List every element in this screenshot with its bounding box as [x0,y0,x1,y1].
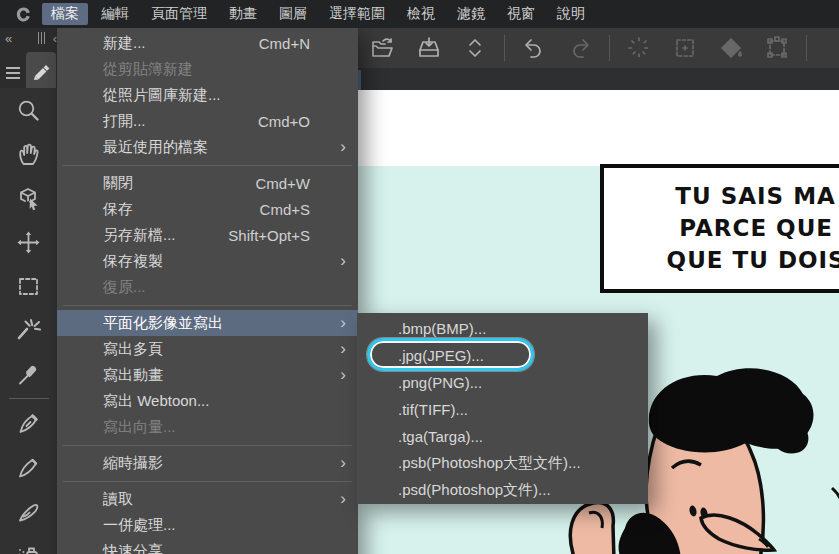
pen-tool[interactable] [0,401,57,445]
panel-menu-button[interactable] [0,58,26,88]
clip-studio-window: 檔案 編輯 頁面管理 動畫 圖層 選擇範圍 檢視 濾鏡 視窗 說明 [0,0,839,554]
menu-filter[interactable]: 濾鏡 [448,3,494,25]
toolbar-divider [806,35,807,61]
menu-item-recent-files[interactable]: 最近使用的檔案 › [57,134,358,160]
move-tool[interactable] [0,220,57,264]
transform-button[interactable] [754,28,800,68]
shrink-selection-button[interactable] [662,28,708,68]
app-logo-icon [6,5,40,24]
menu-item-flatten-export[interactable]: 平面化影像並寫出 › [57,310,358,336]
menu-icon [6,67,20,69]
menu-item-new-from-clipboard[interactable]: 從剪貼簿新建 [57,56,358,82]
menu-item-batch-process[interactable]: 一併處理... [57,512,358,538]
marquee-select-tool[interactable] [0,264,57,308]
hand-tool[interactable] [0,132,57,176]
chevron-right-icon: › [332,251,346,271]
open-file-button[interactable] [360,28,406,68]
toolbar-divider [609,35,610,61]
menu-separator [57,476,358,486]
submenu-item-bmp[interactable]: .bmp(BMP)... [357,315,648,342]
chevron-right-icon: › [332,453,346,473]
menu-item-export-webtoon[interactable]: 寫出 Webtoon... [57,388,358,414]
undo-button[interactable] [511,28,557,68]
submenu-item-tif[interactable]: .tif(TIFF)... [357,396,648,423]
speech-line: PARCE QUE T [604,212,839,244]
chevron-right-icon: › [332,313,346,333]
brush-tool[interactable] [0,489,57,533]
save-button[interactable] [406,28,452,68]
toolbox [0,88,57,554]
drag-handle-icon[interactable] [38,32,39,44]
eyedropper-tool[interactable] [0,352,57,396]
menu-item-new-from-photo-library[interactable]: 從照片圖庫新建... [57,82,358,108]
submenu-item-jpg[interactable]: .jpg(JPEG)... [357,342,648,369]
submenu-item-psd[interactable]: .psd(Photoshop文件)... [357,477,648,504]
auto-select-tool[interactable] [0,308,57,352]
chevron-right-icon: › [332,137,346,157]
menu-item-new[interactable]: 新建... Cmd+N [57,30,358,56]
redo-button[interactable] [557,28,603,68]
chevron-right-icon: › [332,365,346,385]
menu-animation[interactable]: 動畫 [220,3,266,25]
deselect-button[interactable] [616,28,662,68]
menu-item-import[interactable]: 讀取 › [57,486,358,512]
menu-item-timelapse[interactable]: 縮時攝影 › [57,450,358,476]
menu-window[interactable]: 視窗 [498,3,544,25]
speech-bubble: TU SAIS MA P PARCE QUE T QUE TU DOIS T [600,164,839,293]
menu-view[interactable]: 檢視 [398,3,444,25]
toolbar-divider [504,35,505,61]
submenu-item-tga[interactable]: .tga(Targa)... [357,423,648,450]
chevron-right-icon: › [332,489,346,509]
menu-help[interactable]: 說明 [548,3,594,25]
menu-item-save-as[interactable]: 另存新檔... Shift+Opt+S [57,222,358,248]
menu-file[interactable]: 檔案 [42,3,88,25]
menu-separator [57,440,358,450]
pencil-tool-tab[interactable] [26,52,56,88]
fill-button[interactable] [708,28,754,68]
pencil-tool[interactable] [0,445,57,489]
operation-3d-tool[interactable] [0,176,57,220]
menu-item-save-duplicate[interactable]: 保存複製 › [57,248,358,274]
menu-item-quick-share[interactable]: 快速分享 [57,538,358,554]
menu-item-open[interactable]: 打開... Cmd+O [57,108,358,134]
chevron-right-icon: › [332,339,346,359]
menu-item-save[interactable]: 保存 Cmd+S [57,196,358,222]
menu-item-export-animation[interactable]: 寫出動畫 › [57,362,358,388]
tool-panel: « ‹ [0,28,57,554]
tool-panel-header [0,48,57,88]
menu-layer[interactable]: 圖層 [270,3,316,25]
speech-line: TU SAIS MA P [604,180,839,212]
flatten-export-submenu: .bmp(BMP)... .jpg(JPEG)... .png(PNG)... … [357,313,648,504]
zoom-tool[interactable] [0,88,57,132]
panel-header: « ‹ [0,28,57,48]
menu-selection[interactable]: 選擇範圍 [320,3,394,25]
menu-item-export-multiple-pages[interactable]: 寫出多頁 › [57,336,358,362]
speech-line: QUE TU DOIS T [604,244,839,276]
submenu-item-png[interactable]: .png(PNG)... [357,369,648,396]
menu-item-export-vector[interactable]: 寫出向量... [57,414,358,440]
airbrush-tool[interactable] [0,533,57,554]
menu-item-close[interactable]: 關閉 Cmd+W [57,170,358,196]
menu-page-manage[interactable]: 頁面管理 [142,3,216,25]
menu-separator [57,160,358,170]
menu-separator [57,300,358,310]
submenu-item-psb[interactable]: .psb(Photoshop大型文件)... [357,450,648,477]
menu-bar: 檔案 編輯 頁面管理 動畫 圖層 選擇範圍 檢視 濾鏡 視窗 說明 [0,0,839,28]
menu-item-revert[interactable]: 復原... [57,274,358,300]
file-menu-dropdown: 新建... Cmd+N 從剪貼簿新建 從照片圖庫新建... 打開... Cmd+… [57,28,358,554]
tool-group-divider [9,398,49,399]
menu-edit[interactable]: 編輯 [92,3,138,25]
collapse-panel-icon[interactable]: « [5,31,11,46]
expand-toolbar-button[interactable] [452,28,498,68]
